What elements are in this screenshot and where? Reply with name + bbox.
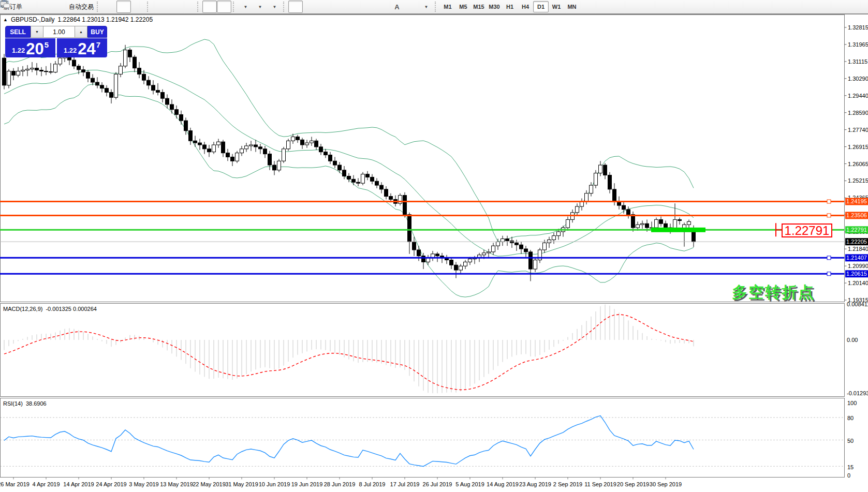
candle-body <box>240 149 244 153</box>
cursor-tool-button[interactable] <box>288 1 303 13</box>
zoom-out-button[interactable] <box>167 1 181 13</box>
profiles-button[interactable]: ▼ <box>253 1 267 13</box>
marker-pen-button[interactable] <box>24 1 38 13</box>
macd-pane[interactable] <box>1 304 845 397</box>
indicators-button[interactable]: ▼ <box>267 1 282 13</box>
one-click-trading-panel: SELL ▼ ▲ BUY 1.22 20 5 1.22 24 7 <box>5 26 107 57</box>
candle-body <box>166 98 169 105</box>
open-charts-button[interactable] <box>38 1 53 13</box>
candlestick-chart-button[interactable] <box>116 1 131 13</box>
vertical-line-tool-button[interactable] <box>317 1 332 13</box>
price-axis-label: 1.21840 <box>848 246 868 252</box>
text-tool-button[interactable]: A <box>390 1 404 13</box>
buy-button[interactable]: BUY <box>87 26 107 38</box>
chart-shift-button[interactable]: + <box>217 1 231 13</box>
rsi-pane[interactable] <box>1 398 845 478</box>
tile-windows-button[interactable] <box>181 1 196 13</box>
tf-m5-button[interactable]: M5 <box>455 1 471 12</box>
arrows-tool-button[interactable]: ▼ <box>419 1 433 13</box>
text-label-tool-button[interactable]: T <box>404 1 419 13</box>
dropdown-caret-icon: ▼ <box>244 5 248 9</box>
tf-h1-button[interactable]: H1 <box>502 1 518 12</box>
level-drag-anchor[interactable] <box>827 214 831 217</box>
candle-body <box>375 181 379 185</box>
auto-trading-label: 自动交易 <box>69 3 94 11</box>
toolbar: + 新订单 自动交易 <box>0 0 868 14</box>
dropdown-caret-icon: ▼ <box>258 5 262 9</box>
new-chart-button[interactable]: + ▼ <box>238 1 253 13</box>
volume-input[interactable] <box>43 26 75 38</box>
rsi-axis-label: 15 <box>847 464 854 470</box>
candle-body <box>277 161 281 170</box>
date-axis-label: 14 Apr 2019 <box>63 481 94 487</box>
tf-m15-button[interactable]: M15 <box>471 1 487 12</box>
auto-scroll-button[interactable] <box>202 1 217 13</box>
candle-body <box>133 57 137 68</box>
tf-d1-button[interactable]: D1 <box>533 1 549 12</box>
channel-tool-button[interactable]: E <box>361 1 375 13</box>
auto-trading-button[interactable]: 自动交易 <box>67 1 95 13</box>
candle-body <box>413 242 416 250</box>
price-axis-label: 1.26065 <box>848 161 868 167</box>
tf-h4-button[interactable]: H4 <box>518 1 533 12</box>
candle-body <box>231 157 234 161</box>
candle-body <box>263 149 267 154</box>
candle-body <box>7 71 11 85</box>
price-chart-canvas[interactable]: 1.328151.319651.311151.302901.294401.285… <box>0 14 868 492</box>
bid-price-chip-text: 1.22205 <box>846 238 867 245</box>
macd-axis-label: 0.00 <box>847 337 858 343</box>
signals-button[interactable] <box>53 1 67 13</box>
candle-body <box>641 223 644 225</box>
sell-price-quote[interactable]: 1.22 20 5 <box>5 38 55 57</box>
candle-body <box>487 252 491 253</box>
candle-body <box>49 72 53 72</box>
sell-button[interactable]: SELL <box>5 26 31 38</box>
tf-m1-button[interactable]: M1 <box>440 1 455 12</box>
horizontal-line-tool-button[interactable] <box>332 1 346 13</box>
candle-body <box>161 93 165 99</box>
date-axis-label: 26 Mar 2019 <box>0 481 30 487</box>
line-chart-button[interactable] <box>131 1 145 13</box>
level-drag-anchor[interactable] <box>827 200 831 203</box>
chart-header: ▲ GBPUSD-,Daily 1.22864 1.23013 1.21942 … <box>3 16 153 23</box>
buy-price-quote[interactable]: 1.22 24 7 <box>57 38 107 57</box>
volume-increase-button[interactable]: ▲ <box>75 26 87 38</box>
tf-w1-button[interactable]: W1 <box>549 1 564 12</box>
candle-body <box>389 197 393 200</box>
level-drag-anchor[interactable] <box>827 256 831 260</box>
level-highlight[interactable] <box>651 228 705 232</box>
candle-body <box>557 232 561 236</box>
date-axis-label: 10 Jun 2019 <box>259 481 290 487</box>
candle-body <box>21 70 25 71</box>
tf-mn-button[interactable]: MN <box>564 1 580 12</box>
candle-body <box>576 206 579 213</box>
toolbar-separator <box>147 2 150 12</box>
price-callout[interactable]: 1.22791 <box>782 223 832 237</box>
rsi-label: RSI(14) <box>3 400 23 407</box>
collapse-panel-icon[interactable]: ▲ <box>3 17 8 22</box>
candle-body <box>114 74 118 97</box>
candle-body <box>310 141 314 143</box>
crosshair-tool-button[interactable] <box>303 1 317 13</box>
bar-chart-button[interactable] <box>102 1 116 13</box>
chat-icon[interactable] <box>0 0 10 9</box>
zoom-in-button[interactable] <box>152 1 167 13</box>
candle-body <box>268 154 272 165</box>
volume-decrease-button[interactable]: ▼ <box>31 26 43 38</box>
tf-m30-button[interactable]: M30 <box>487 1 502 12</box>
candle-body <box>464 262 467 266</box>
fibonacci-tool-button[interactable]: F <box>375 1 390 13</box>
annotation-text[interactable]: 多空转折点 <box>732 282 815 303</box>
date-axis-label: 28 Jun 2019 <box>324 481 356 487</box>
level-drag-anchor[interactable] <box>827 272 831 276</box>
trendline-tool-button[interactable] <box>346 1 361 13</box>
candle-body <box>110 93 113 98</box>
candle-body <box>77 66 81 70</box>
candle-body <box>217 142 220 145</box>
candle-body <box>417 250 421 256</box>
level-price-chip-text: 1.21407 <box>846 255 867 261</box>
candle-body <box>189 131 193 141</box>
date-axis-label: 13 May 2019 <box>160 481 193 487</box>
date-axis-label: 17 Jul 2019 <box>390 481 420 487</box>
candle-body <box>482 253 486 255</box>
